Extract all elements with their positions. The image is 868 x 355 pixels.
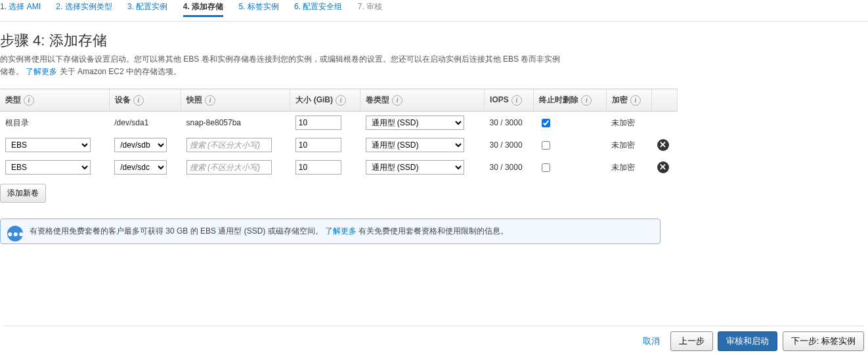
- device-select[interactable]: /dev/sdc: [114, 160, 167, 175]
- device-select[interactable]: /dev/sdb: [114, 138, 167, 152]
- cell-enc: 未加密: [606, 134, 651, 156]
- prev-button[interactable]: 上一步: [670, 331, 713, 351]
- remove-volume-icon[interactable]: ✕: [657, 139, 669, 151]
- info-bubble-icon: ●●●: [7, 226, 23, 241]
- table-row: 根目录 /dev/sda1 snap-8e8057ba 通用型 (SSD) 30…: [0, 112, 678, 135]
- wizard-steps: 1. 选择 AMI 2. 选择实例类型 3. 配置实例 4. 添加存储 5. 标…: [0, 0, 868, 22]
- voltype-select[interactable]: 通用型 (SSD): [366, 138, 464, 152]
- info-icon[interactable]: i: [133, 95, 144, 106]
- add-volume-button[interactable]: 添加新卷: [0, 184, 46, 203]
- info-icon[interactable]: i: [392, 95, 402, 106]
- footer-bar: 取消 上一步 审核和启动 下一步: 标签实例: [4, 325, 864, 351]
- cell-enc: 未加密: [606, 112, 651, 135]
- table-row: EBS /dev/sdc 通用型 (SSD) 30 / 3000 未加密 ✕: [0, 156, 678, 178]
- wizard-step-2[interactable]: 2. 选择实例类型: [56, 1, 112, 12]
- info-icon[interactable]: i: [630, 95, 641, 106]
- col-voltype: 卷类型i: [360, 89, 485, 112]
- cell-iops: 30 / 3000: [485, 112, 534, 135]
- voltype-select[interactable]: 通用型 (SSD): [366, 160, 464, 175]
- cell-enc: 未加密: [606, 156, 651, 178]
- col-type: 类型i: [0, 89, 109, 112]
- snapshot-input[interactable]: [186, 138, 272, 152]
- storage-table: 类型i 设备i 快照i 大小 (GiB)i 卷类型i IOPSi 终止时删除i …: [0, 89, 678, 178]
- info-icon[interactable]: i: [581, 95, 592, 106]
- info-icon[interactable]: i: [336, 95, 346, 106]
- size-input[interactable]: [295, 160, 341, 175]
- col-del: 终止时删除i: [534, 89, 606, 112]
- size-input[interactable]: [295, 138, 341, 152]
- cell-snapshot: snap-8e8057ba: [181, 112, 290, 135]
- delete-on-terminate-checkbox[interactable]: [542, 141, 550, 150]
- table-row: EBS /dev/sdb 通用型 (SSD) 30 / 3000 未加密 ✕: [0, 134, 678, 156]
- wizard-step-4[interactable]: 4. 添加存储: [183, 1, 223, 17]
- page-title: 步骤 4: 添加存储: [0, 31, 868, 51]
- col-snapshot: 快照i: [181, 89, 290, 112]
- desc-text-a: 的实例将使用以下存储设备设置启动。您可以将其他 EBS 卷和实例存储卷连接到您的…: [0, 54, 560, 64]
- voltype-select[interactable]: 通用型 (SSD): [366, 115, 464, 130]
- learn-more-link[interactable]: 了解更多: [26, 67, 57, 76]
- col-enc: 加密i: [606, 89, 651, 112]
- info-icon[interactable]: i: [511, 95, 522, 106]
- wizard-step-5[interactable]: 5. 标签实例: [238, 1, 278, 12]
- free-tier-note: ●●● 有资格使用免费套餐的客户最多可获得 30 GB 的 EBS 通用型 (S…: [0, 219, 661, 244]
- delete-on-terminate-checkbox[interactable]: [542, 119, 550, 127]
- size-input[interactable]: [295, 115, 341, 130]
- review-launch-button[interactable]: 审核和启动: [718, 331, 777, 351]
- cell-iops: 30 / 3000: [485, 156, 534, 178]
- delete-on-terminate-checkbox[interactable]: [542, 163, 550, 172]
- desc-text-b: 储卷。: [0, 67, 26, 76]
- col-iops: IOPSi: [485, 89, 534, 112]
- info-icon[interactable]: i: [205, 95, 215, 106]
- next-button[interactable]: 下一步: 标签实例: [783, 331, 864, 351]
- cancel-link[interactable]: 取消: [643, 336, 660, 346]
- volume-kind-select[interactable]: EBS: [5, 160, 91, 175]
- volume-kind-select[interactable]: EBS: [5, 138, 91, 152]
- cell-device: /dev/sda1: [109, 112, 181, 135]
- col-device: 设备i: [109, 89, 181, 112]
- wizard-step-1[interactable]: 1. 选择 AMI: [0, 1, 41, 12]
- desc-text-c: 关于 Amazon EC2 中的存储选项。: [57, 67, 181, 76]
- cell-iops: 30 / 3000: [485, 134, 534, 156]
- page-description: 的实例将使用以下存储设备设置启动。您可以将其他 EBS 卷和实例存储卷连接到您的…: [0, 53, 868, 78]
- note-text-b: 有关免费使用套餐资格和使用限制的信息。: [357, 226, 508, 236]
- snapshot-input[interactable]: [186, 160, 272, 175]
- cell-type: 根目录: [0, 112, 109, 135]
- wizard-step-3[interactable]: 3. 配置实例: [127, 1, 167, 12]
- wizard-step-6[interactable]: 6. 配置安全组: [294, 1, 342, 12]
- col-size: 大小 (GiB)i: [290, 89, 360, 112]
- info-icon[interactable]: i: [24, 95, 34, 106]
- note-learn-more-link[interactable]: 了解更多: [325, 226, 357, 236]
- wizard-step-7[interactable]: 7. 审核: [358, 1, 382, 12]
- remove-volume-icon[interactable]: ✕: [657, 161, 669, 173]
- note-text-a: 有资格使用免费套餐的客户最多可获得 30 GB 的 EBS 通用型 (SSD) …: [30, 226, 325, 236]
- col-remove: [652, 89, 678, 112]
